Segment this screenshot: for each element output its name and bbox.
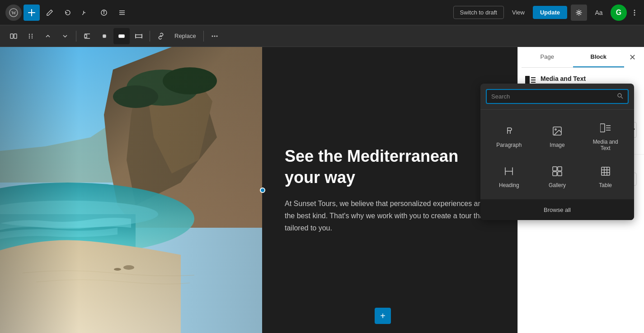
inserter-block-heading[interactable]: Heading — [486, 159, 532, 194]
svg-rect-61 — [602, 167, 610, 175]
inserter-search-input[interactable] — [491, 93, 617, 100]
undo-button[interactable] — [60, 5, 76, 21]
toolbar-divider-3 — [203, 31, 204, 42]
svg-point-14 — [29, 33, 30, 34]
media-text-label: Media andText — [593, 139, 618, 151]
more-block-options[interactable] — [207, 28, 223, 44]
user-avatar[interactable]: G — [611, 5, 627, 21]
svg-point-30 — [216, 35, 217, 37]
heading-icon — [502, 164, 516, 178]
svg-point-8 — [578, 11, 580, 14]
move-down-button[interactable] — [57, 28, 73, 44]
svg-point-11 — [634, 14, 635, 15]
svg-rect-20 — [85, 35, 87, 38]
svg-rect-44 — [0, 47, 262, 333]
heading-label: Heading — [499, 182, 519, 188]
inserter-search-area — [480, 84, 634, 110]
align-full-button[interactable] — [131, 28, 147, 44]
tab-block[interactable]: Block — [573, 47, 625, 67]
panel-header: Page Block ✕ — [518, 47, 644, 68]
replace-button[interactable]: Replace — [170, 30, 201, 42]
svg-point-49 — [618, 94, 621, 97]
top-bar: W Switch to draft View Update Aa — [0, 0, 644, 25]
media-text-block: See the Mediterranean your way At Sunset… — [0, 47, 517, 333]
media-resize-handle[interactable] — [260, 188, 265, 193]
coastal-image-svg — [0, 47, 262, 333]
redo-button[interactable] — [78, 5, 94, 21]
image-label: Image — [550, 142, 564, 148]
align-center-button[interactable] — [96, 28, 113, 44]
block-inserter-popup: Paragraph Image Med — [480, 84, 634, 220]
paragraph-icon — [502, 124, 516, 138]
add-block-button[interactable] — [24, 5, 40, 21]
list-view-button[interactable] — [114, 5, 130, 21]
block-type-button[interactable] — [5, 28, 22, 44]
drag-handle[interactable] — [23, 28, 39, 44]
inserter-block-gallery[interactable]: Gallery — [534, 159, 581, 194]
more-options-button[interactable] — [630, 9, 639, 17]
wp-logo[interactable]: W — [5, 5, 22, 21]
toolbar-divider — [76, 31, 76, 42]
svg-rect-57 — [553, 167, 557, 171]
image-icon — [550, 124, 564, 138]
info-button[interactable] — [96, 5, 112, 21]
inserter-search-inner — [486, 89, 629, 104]
svg-rect-60 — [558, 172, 562, 176]
view-button[interactable]: View — [508, 6, 529, 19]
tab-page[interactable]: Page — [522, 47, 573, 67]
switch-to-draft-button[interactable]: Switch to draft — [453, 6, 504, 19]
svg-rect-13 — [14, 34, 17, 38]
svg-rect-12 — [10, 34, 13, 38]
update-button[interactable]: Update — [533, 6, 567, 19]
browse-all-button[interactable]: Browse all — [480, 199, 634, 220]
svg-rect-24 — [119, 35, 124, 38]
svg-point-17 — [32, 35, 33, 36]
toolbar-divider-2 — [150, 31, 150, 42]
svg-rect-23 — [103, 35, 106, 38]
block-toolbar: Replace — [0, 25, 644, 47]
inserter-block-media-text[interactable]: Media andText — [582, 115, 629, 157]
svg-point-29 — [214, 35, 215, 37]
inserter-blocks-scroll: Paragraph Image Med — [480, 110, 634, 199]
content-heading: See the Mediterranean your way — [285, 146, 495, 188]
inserter-blocks-grid: Paragraph Image Med — [480, 110, 634, 199]
table-label: Table — [599, 182, 612, 188]
link-button[interactable] — [153, 28, 169, 44]
svg-point-15 — [32, 33, 33, 34]
panel-tabs: Page Block — [522, 47, 624, 68]
top-bar-right: Switch to draft View Update Aa G — [453, 5, 639, 21]
inserter-block-paragraph[interactable]: Paragraph — [486, 115, 532, 157]
svg-point-18 — [29, 37, 30, 38]
inserter-search-icon[interactable] — [617, 93, 623, 100]
inserter-block-table[interactable]: Table — [582, 159, 629, 194]
gallery-label: Gallery — [549, 182, 566, 188]
top-bar-left: W — [5, 5, 130, 21]
align-left-button[interactable] — [79, 28, 95, 44]
svg-point-19 — [32, 37, 33, 38]
svg-text:W: W — [11, 10, 16, 15]
svg-point-9 — [634, 9, 635, 11]
svg-line-50 — [621, 97, 623, 99]
canvas: See the Mediterranean your way At Sunset… — [0, 47, 517, 333]
svg-rect-59 — [553, 172, 557, 176]
move-up-button[interactable] — [40, 28, 56, 44]
svg-point-10 — [634, 12, 635, 13]
browse-all-label: Browse all — [544, 206, 571, 213]
paragraph-label: Paragraph — [496, 142, 522, 148]
font-appearance-button[interactable]: Aa — [591, 5, 607, 21]
gallery-icon — [550, 164, 564, 178]
inserter-block-image[interactable]: Image — [534, 115, 581, 157]
align-wide-button[interactable] — [113, 28, 130, 44]
svg-rect-58 — [558, 167, 562, 171]
svg-point-16 — [29, 35, 30, 36]
settings-button[interactable] — [571, 5, 587, 21]
panel-close-button[interactable]: ✕ — [624, 49, 640, 66]
media-text-content: See the Mediterranean your way At Sunset… — [262, 47, 517, 333]
add-block-floating-button[interactable]: + — [375, 308, 391, 324]
block-title: Media and Text — [541, 75, 637, 82]
media-and-text-icon — [598, 121, 613, 135]
edit-button[interactable] — [42, 5, 58, 21]
svg-rect-25 — [136, 35, 142, 38]
media-image — [0, 47, 262, 333]
svg-rect-53 — [600, 124, 605, 132]
